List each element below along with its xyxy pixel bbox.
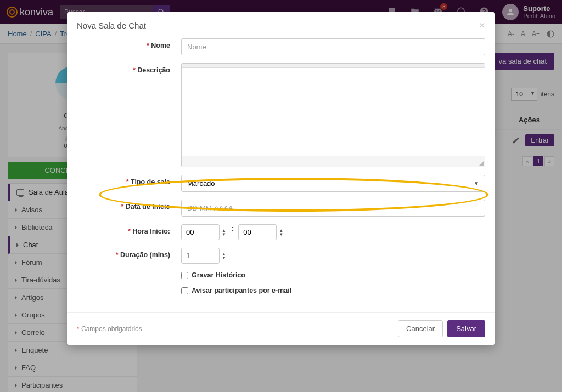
modal-close-button[interactable]: × (479, 20, 485, 31)
rich-footer (182, 156, 485, 167)
label-descricao: * Descrição (77, 63, 181, 74)
field-gravar: Gravar Histórico (181, 271, 485, 279)
input-hour[interactable] (181, 224, 220, 240)
input-data-inicio[interactable] (181, 200, 485, 217)
rich-text-editor[interactable] (181, 63, 485, 167)
checkbox-gravar[interactable] (181, 272, 188, 279)
minute-down[interactable]: ▼ (279, 232, 284, 236)
footer-note: * Campos obrigatórios (77, 325, 142, 333)
modal: Nova Sala de Chat × * Nome * Descrição *… (67, 12, 495, 345)
input-minute[interactable] (238, 224, 277, 240)
modal-overlay: Nova Sala de Chat × * Nome * Descrição *… (0, 0, 562, 392)
field-tipo: * Tipo de sala Marcado ▼ (77, 175, 485, 192)
label-nome: * Nome (77, 38, 181, 49)
chevron-down-icon: ▼ (474, 180, 479, 186)
save-button[interactable]: Salvar (447, 320, 485, 337)
modal-title: Nova Sala de Chat (77, 21, 146, 30)
modal-body: * Nome * Descrição * Tipo de sala Marcad… (67, 36, 495, 312)
label-avisar: Avisar participantes por e-mail (192, 287, 291, 294)
field-avisar: Avisar participantes por e-mail (181, 287, 485, 294)
hour-spinner: ▲▼ (181, 224, 227, 240)
checkbox-avisar[interactable] (181, 287, 188, 294)
duration-down[interactable]: ▼ (222, 256, 227, 260)
modal-footer: * Campos obrigatórios Cancelar Salvar (67, 312, 495, 345)
label-data-inicio: * Data de Início (77, 200, 181, 211)
field-duracao: * Duração (mins) ▲▼ (77, 248, 485, 264)
field-hora-inicio: * Hora Início: ▲▼ : ▲▼ (77, 224, 485, 240)
label-tipo: * Tipo de sala (77, 175, 181, 186)
minute-spinner: ▲▼ (238, 224, 284, 240)
select-tipo-value: Marcado (187, 179, 215, 188)
label-hora-inicio: * Hora Início: (77, 224, 181, 235)
time-colon: : (232, 224, 234, 232)
input-duracao[interactable] (181, 248, 220, 264)
hour-down[interactable]: ▼ (222, 232, 227, 236)
cancel-button[interactable]: Cancelar (398, 320, 443, 337)
rich-body[interactable] (182, 68, 485, 156)
label-duracao: * Duração (mins) (77, 248, 181, 259)
input-nome[interactable] (181, 38, 485, 55)
field-descricao: * Descrição (77, 63, 485, 167)
field-data-inicio: * Data de Início (77, 200, 485, 217)
modal-header: Nova Sala de Chat × (67, 12, 495, 36)
rich-toolbar[interactable] (182, 64, 485, 68)
field-nome: * Nome (77, 38, 485, 55)
label-gravar: Gravar Histórico (192, 271, 245, 279)
duration-spinner: ▲▼ (181, 248, 227, 264)
select-tipo[interactable]: Marcado ▼ (181, 175, 485, 192)
